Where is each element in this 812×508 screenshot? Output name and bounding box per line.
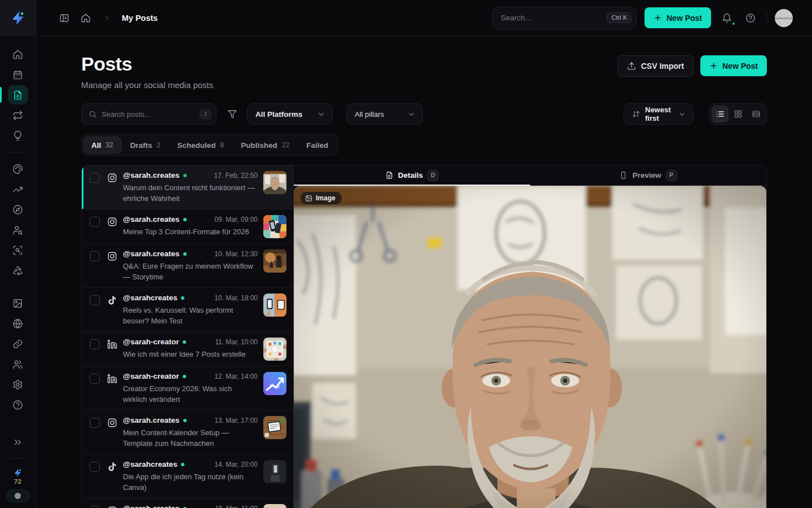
post-list-item[interactable]: @sarahcreates 10. Mar, 18:00 Reels vs. K… [82, 288, 293, 332]
sidebar-item-compass[interactable] [0, 199, 36, 220]
post-thumbnail [263, 249, 286, 273]
tab-scheduled[interactable]: Scheduled8 [169, 137, 232, 154]
post-checkbox[interactable] [90, 295, 100, 305]
linkedin-icon [107, 374, 117, 384]
tab-failed[interactable]: Failed [298, 137, 336, 154]
sidebar-item-settings[interactable] [0, 374, 36, 395]
post-thumbnail [263, 215, 286, 238]
notifications-bell-icon[interactable] [719, 10, 735, 26]
global-search[interactable]: Ctrl K [492, 7, 637, 29]
post-list-item[interactable]: @sarah.creates 17. Feb, 22:50 Warum dein… [82, 165, 293, 209]
sidebar-item-link[interactable] [0, 334, 36, 354]
breadcrumb-home-icon[interactable] [78, 10, 94, 26]
help-icon[interactable] [743, 10, 758, 26]
post-date: 10. Mar, 18:00 [210, 294, 258, 302]
post-thumbnail [263, 460, 286, 483]
list-view-icon[interactable] [712, 106, 729, 122]
status-dot [181, 463, 184, 466]
palette-icon [12, 164, 23, 174]
post-list-item[interactable]: @sarah-creator 11. Mar, 10:00 Wie ich mi… [82, 332, 293, 366]
avatar[interactable]: people+pictures [775, 9, 793, 27]
app-window: My Posts Ctrl K New Post people+pictures [0, 0, 812, 508]
platform-filter-select[interactable]: All Platforms [247, 103, 333, 125]
sidebar-item-user-search[interactable] [0, 220, 36, 240]
csv-import-button[interactable]: CSV Import [617, 55, 694, 77]
sidebar-item-palette[interactable] [0, 159, 36, 179]
plus-icon [709, 62, 718, 70]
new-post-button-topbar[interactable]: New Post [645, 7, 711, 28]
table-view-icon[interactable] [748, 106, 765, 122]
sidebar-item-lightbulb[interactable] [0, 125, 36, 146]
global-search-input[interactable] [501, 14, 607, 22]
posts-search[interactable]: / [81, 103, 217, 125]
sidebar-item-globe[interactable] [0, 313, 36, 334]
new-post-button[interactable]: New Post [700, 55, 767, 76]
sidebar-item-home[interactable] [0, 44, 36, 64]
tab-preview[interactable]: Preview P [530, 165, 766, 185]
posts-search-input[interactable] [102, 110, 195, 119]
compass-icon [12, 204, 23, 215]
posts-panels: @sarah.creates 17. Feb, 22:50 Warum dein… [81, 165, 767, 508]
home-icon [12, 49, 23, 60]
post-thumbnail [263, 504, 286, 508]
globe-icon [12, 318, 23, 329]
post-title: Mein Content-Kalender Setup — Template z… [123, 427, 257, 449]
post-checkbox[interactable] [90, 339, 100, 349]
post-checkbox[interactable] [90, 173, 100, 183]
sidebar-item-repeat[interactable] [0, 105, 36, 125]
plus-icon [654, 14, 662, 22]
post-list-item[interactable]: @sarahcreates 14. Mar, 20:00 Die App die… [82, 454, 293, 498]
sidebar-item-scan-search[interactable] [0, 240, 36, 260]
post-date: 09. Mar, 09:00 [210, 216, 258, 224]
grid-view-icon[interactable] [730, 106, 747, 122]
help-icon [12, 400, 23, 410]
sidebar-item-image[interactable] [0, 293, 36, 313]
tab-published[interactable]: Published22 [233, 137, 297, 154]
sidebar-item-posts[interactable] [0, 85, 36, 105]
post-checkbox[interactable] [90, 462, 100, 472]
post-checkbox[interactable] [90, 506, 100, 508]
tab-details[interactable]: Details D [294, 165, 530, 185]
recycle-icon [12, 265, 23, 276]
sidebar-expand-icon[interactable] [0, 432, 36, 452]
post-title: Q&A: Eure Fragen zu meinem Workflow — St… [123, 261, 257, 282]
app-logo[interactable] [0, 0, 36, 36]
post-checkbox[interactable] [90, 374, 100, 384]
post-date: 11. Mar, 10:00 [210, 338, 258, 346]
post-list-item[interactable]: @sarah.creates 13. Mar, 17:00 Mein Conte… [82, 410, 293, 454]
post-checkbox[interactable] [90, 251, 100, 261]
sidebar: 72 [0, 36, 36, 508]
filter-icon[interactable] [224, 106, 240, 122]
sidebar-item-users[interactable] [0, 354, 36, 374]
post-list-item[interactable]: @sarah.creates 10. Mar, 12:30 Q&A: Eure … [82, 244, 293, 288]
sidebar-item-recycle[interactable] [0, 260, 36, 281]
tab-drafts[interactable]: Drafts2 [122, 137, 169, 154]
sidebar-toggle-icon[interactable] [56, 10, 72, 26]
status-dot [183, 375, 186, 378]
settings-icon [12, 379, 23, 390]
sidebar-item-calendar[interactable] [0, 64, 36, 85]
tab-all[interactable]: All32 [83, 137, 121, 154]
pillar-filter-select[interactable]: All pillars [346, 103, 423, 125]
post-list-item[interactable]: @sarah.creates 16. Mar, 11:00 [82, 498, 293, 508]
linkedin-icon [107, 339, 117, 349]
post-handle: @sarah.creates [123, 416, 179, 424]
detail-panel: Details D Preview P [294, 165, 766, 508]
sidebar-item-help[interactable] [0, 395, 36, 415]
status-dot [183, 340, 186, 344]
post-list-item[interactable]: @sarah-creator 12. Mar, 14:00 Creator Ec… [82, 366, 293, 410]
preview-shortcut-badge: P [666, 170, 677, 181]
theme-toggle[interactable] [6, 489, 30, 502]
upload-icon [627, 62, 636, 71]
sidebar-divider [10, 152, 27, 152]
post-checkbox[interactable] [90, 217, 100, 227]
post-checkbox[interactable] [90, 418, 100, 428]
sidebar-item-trending-up[interactable] [0, 179, 36, 199]
post-list-item[interactable]: @sarah.creates 09. Mar, 09:00 Meine Top … [82, 209, 293, 244]
sort-select[interactable]: Newest first [624, 103, 694, 125]
tab-count: 22 [282, 141, 289, 149]
status-dot [183, 174, 187, 177]
user-search-icon [12, 225, 23, 235]
post-title: Creator Economy 2026: Was sich wirklich … [123, 383, 257, 405]
status-dot [181, 296, 184, 300]
